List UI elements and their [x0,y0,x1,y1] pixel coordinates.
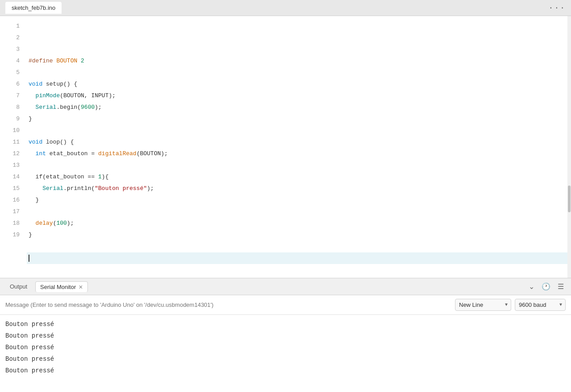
panel-tab-output[interactable]: Output [5,281,32,292]
cursor [29,255,29,262]
code-line-10 [27,160,567,171]
serial-input-row: No line endingNew LineCarriage returnBot… [0,295,571,315]
bottom-panel: OutputSerial Monitor✕ ⌄ 🕐 ☰ No line endi… [0,278,571,392]
panel-tabs-left: OutputSerial Monitor✕ [5,281,88,292]
serial-message-input[interactable] [5,300,451,310]
code-line-15: delay(100); [27,218,567,229]
code-line-12: Serial.println("Bouton pressé"); [27,183,567,194]
scrollbar-thumb[interactable] [568,186,571,212]
baud-select[interactable]: 300 baud1200 baud2400 baud4800 baud9600 … [515,299,566,311]
serial-output-line: Bouton pressé [5,365,566,376]
serial-output-line: Bouton pressé [5,330,566,342]
code-line-16: } [27,229,567,241]
new-line-select[interactable]: No line endingNew LineCarriage returnBot… [455,299,511,311]
clock-button[interactable]: 🕐 [540,281,552,293]
code-container[interactable]: 12345678910111213141516171819 #define BO… [0,16,571,278]
serial-output-line: Bouton pressé [5,353,566,365]
panel-tabs: OutputSerial Monitor✕ ⌄ 🕐 ☰ [0,278,571,295]
serial-output: Bouton presséBouton presséBouton presséB… [0,315,571,392]
serial-output-line: Bouton pressé [5,342,566,353]
code-line-1: #define BOUTON 2 [27,55,567,67]
code-line-3: void setup() { [27,78,567,90]
serial-output-line: Bouton pressé [5,318,566,330]
collapse-button[interactable]: ⌄ [527,281,536,293]
code-line-6: } [27,113,567,125]
editor-area: 12345678910111213141516171819 #define BO… [0,16,571,278]
close-tab-icon[interactable]: ✕ [79,284,83,290]
code-line-4: pinMode(BOUTON, INPUT); [27,90,567,102]
code-line-2 [27,67,567,78]
code-line-19 [27,264,567,276]
code-line-8: void loop() { [27,136,567,148]
more-menu-button[interactable]: ··· [549,4,566,12]
line-numbers: 12345678910111213141516171819 [0,16,27,278]
baud-select-wrapper: 300 baud1200 baud2400 baud4800 baud9600 … [515,299,566,311]
panel-tab-serial-monitor[interactable]: Serial Monitor✕ [35,281,88,292]
code-content[interactable]: #define BOUTON 2 void setup() { pinMode(… [27,16,567,278]
code-line-18 [27,252,567,264]
scrollbar-track[interactable] [567,16,571,278]
code-line-17 [27,241,567,252]
title-bar: sketch_feb7b.ino ··· [0,0,571,16]
code-line-14 [27,206,567,218]
code-line-9: int etat_bouton = digitalRead(BOUTON); [27,148,567,160]
code-line-7 [27,125,567,136]
code-line-13: } [27,194,567,206]
code-line-11: if(etat_bouton == 1){ [27,171,567,183]
panel-tabs-right: ⌄ 🕐 ☰ [527,281,566,293]
file-tab[interactable]: sketch_feb7b.ino [5,2,62,14]
new-line-select-wrapper: No line endingNew LineCarriage returnBot… [455,299,511,311]
clear-button[interactable]: ☰ [556,281,566,293]
code-line-5: Serial.begin(9600); [27,102,567,113]
